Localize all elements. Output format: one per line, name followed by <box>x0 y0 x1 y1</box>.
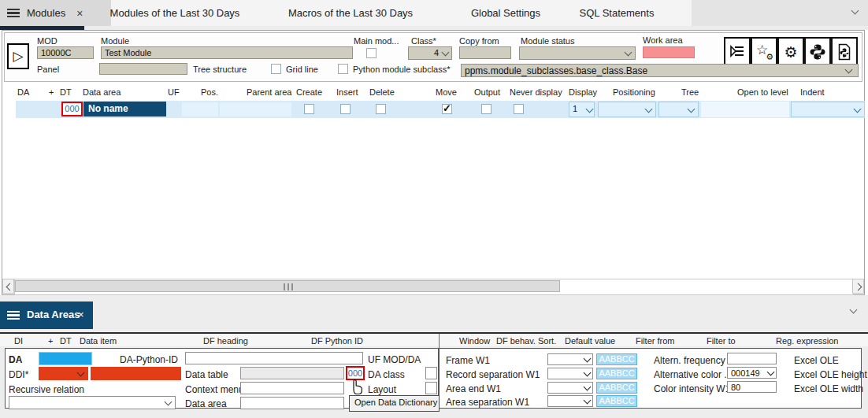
tab-macros-last-30-days[interactable]: Macros of the Last 30 Days <box>264 0 437 26</box>
scroll-right-button[interactable] <box>852 279 864 294</box>
col-tree: Tree <box>681 87 699 97</box>
col-data-item: Data item <box>80 336 117 346</box>
col-window: Window <box>459 336 490 346</box>
da-class-field[interactable] <box>425 367 437 379</box>
module-status-dropdown[interactable] <box>519 46 636 60</box>
da-label: DA <box>9 354 22 365</box>
ddi-field[interactable] <box>91 367 181 380</box>
excel-ole-label: Excel OLE <box>794 355 839 366</box>
python-subclass-checkbox[interactable] <box>338 64 348 74</box>
copy-from-label: Copy from <box>459 36 499 46</box>
panel-field[interactable] <box>99 63 187 75</box>
color-intensity-field[interactable]: 80 <box>727 381 777 393</box>
row-output-checkbox[interactable] <box>481 104 491 114</box>
tab-modules-label: Modules <box>27 7 65 19</box>
record-separation-color-chip[interactable]: AABBCC <box>596 368 637 379</box>
row-insert-checkbox[interactable] <box>340 104 351 114</box>
settings-button[interactable]: ⚙ <box>777 37 804 67</box>
python-script-button[interactable] <box>831 37 858 67</box>
layout-field[interactable] <box>425 382 437 394</box>
python-button[interactable] <box>804 37 831 67</box>
col-move: Move <box>436 87 457 97</box>
row-move-checkbox[interactable] <box>442 104 452 114</box>
col-di: DI <box>14 336 23 346</box>
panel-label: Panel <box>37 65 59 74</box>
run-parameters-button[interactable] <box>724 37 751 67</box>
add-item-button[interactable]: + <box>48 336 53 346</box>
row-uf-cell[interactable] <box>182 102 218 117</box>
col-da: DA <box>17 87 29 97</box>
data-table-field[interactable] <box>240 367 344 379</box>
menu-icon[interactable] <box>7 9 20 17</box>
row-create-checkbox[interactable] <box>304 104 314 114</box>
mod-field[interactable]: 10000C <box>37 46 94 59</box>
hand-cursor-icon <box>349 378 365 397</box>
col-data-area: Data area <box>83 87 121 97</box>
mod-label: MOD <box>37 36 57 46</box>
row-open-to-level-cell[interactable] <box>701 102 789 117</box>
col-pos: Pos. <box>201 87 218 97</box>
close-icon[interactable]: × <box>76 7 83 20</box>
tab-sql-statements[interactable]: SQL Statements <box>561 0 673 26</box>
run-list-icon <box>729 44 746 60</box>
col-display: Display <box>569 87 597 97</box>
excel-ole-width-label: Excel OLE width <box>794 383 863 394</box>
scroll-right-icon <box>855 283 862 291</box>
recursive-relation-label: Recursive relation <box>9 384 84 395</box>
tab-label: Modules of the Last 30 Days <box>110 7 240 19</box>
col-dt2: DT <box>60 336 72 346</box>
altern-frequency-field[interactable] <box>727 353 777 364</box>
data-area-label: Data area <box>185 398 227 409</box>
scroll-left-icon <box>6 283 14 291</box>
da-python-id-field[interactable] <box>185 352 363 364</box>
record-separation-w1-label: Record separation W1 <box>446 369 540 380</box>
copy-from-field[interactable] <box>459 46 511 59</box>
grid-line-checkbox[interactable] <box>271 64 281 74</box>
ddi-label: DDI* <box>9 369 28 380</box>
menu-icon[interactable] <box>7 311 20 320</box>
col-sort: Sort. <box>538 336 556 346</box>
add-row-button[interactable]: + <box>49 87 54 97</box>
python-icon <box>809 43 826 61</box>
frame-color-chip[interactable]: AABBCC <box>596 353 637 365</box>
star-gear-icon: ☆ ⚙ <box>756 44 772 60</box>
module-field[interactable]: Test Module <box>101 46 353 59</box>
row-dt-badge[interactable]: 000 <box>61 102 83 117</box>
star-settings-button[interactable]: ☆ ⚙ <box>751 37 777 67</box>
gear-icon: ⚙ <box>784 45 797 60</box>
tab-data-areas-label: Data Areas <box>27 309 80 320</box>
tab-label: Macros of the Last 30 Days <box>288 7 413 19</box>
data-table-label: Data table <box>185 369 228 380</box>
col-filter-from: Filter from <box>636 336 675 346</box>
tab-global-settings[interactable]: Global Settings <box>437 0 574 26</box>
python-subclass-dropdown[interactable]: ppms.module_subclasses.base_class.Base <box>461 64 859 77</box>
area-separation-color-chip[interactable]: AABBCC <box>596 395 637 407</box>
col-positioning: Positioning <box>613 87 655 97</box>
row-data-area-cell[interactable]: No name <box>83 102 166 117</box>
altern-frequency-label: Altern. frequency <box>654 355 725 366</box>
row-delete-checkbox[interactable] <box>376 104 386 114</box>
tabbar-filler <box>692 0 868 26</box>
data-area-field[interactable] <box>240 397 344 409</box>
row-never-display-checkbox[interactable] <box>514 104 524 114</box>
da-field[interactable] <box>39 352 92 365</box>
row-parent-area-cell[interactable] <box>220 102 291 117</box>
work-area-field[interactable] <box>643 46 695 58</box>
area-end-color-chip[interactable]: AABBCC <box>596 382 637 394</box>
da-python-id-label: DA-Python-ID <box>120 354 178 365</box>
tooltip: Open Data Dictionary <box>349 395 440 412</box>
area-separation-w1-label: Area separation W1 <box>446 397 529 408</box>
col-df-behav: DF behav. <box>496 336 536 346</box>
context-menu-field[interactable] <box>240 382 344 394</box>
scrollbar-thumb[interactable] <box>15 280 560 292</box>
run-module-button[interactable]: ▷ <box>7 43 29 69</box>
color-intensity-w1-label: Color intensity W1 <box>654 383 730 394</box>
python-file-icon <box>836 43 853 61</box>
main-mod-checkbox[interactable] <box>366 48 377 58</box>
excel-ole-height-label: Excel OLE height <box>794 369 867 380</box>
tab-data-areas[interactable]: Data Areas × <box>0 301 93 329</box>
tab-modules-last-30-days[interactable]: Modules of the Last 30 Days <box>87 0 263 26</box>
close-icon[interactable]: × <box>78 309 84 320</box>
recursive-relation-dropdown[interactable] <box>9 396 176 409</box>
scroll-left-button[interactable] <box>2 279 14 294</box>
